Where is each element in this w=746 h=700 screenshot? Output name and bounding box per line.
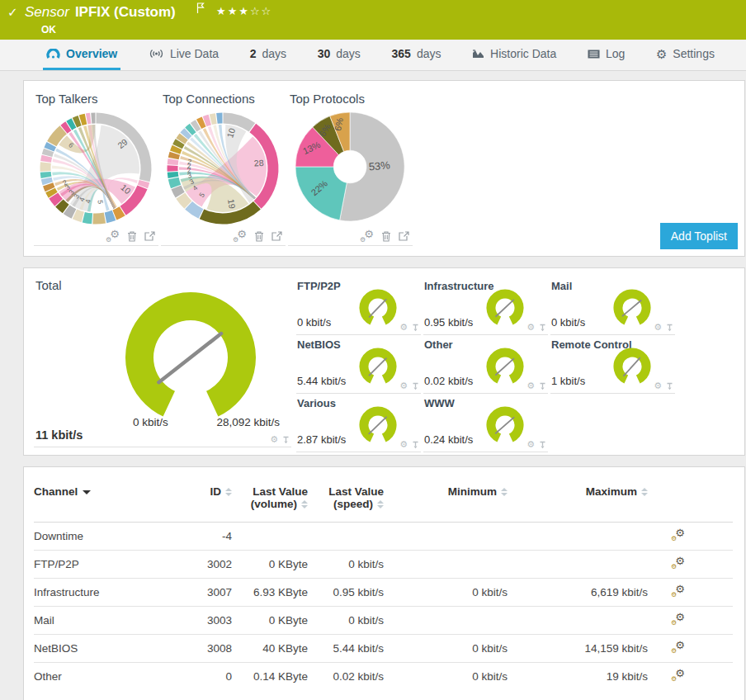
gauge-scale-max: 28,092 kbit/s: [216, 416, 280, 428]
channel-settings-gear-icon[interactable]: ⚙: [399, 440, 408, 449]
channel-settings-gear-icon[interactable]: ⚙: [654, 323, 662, 332]
edit-channel-gear-icon[interactable]: ⚙⚙: [671, 557, 685, 569]
edit-channel-gear-icon[interactable]: ⚙⚙: [671, 669, 685, 681]
top-protocols-pie-chart[interactable]: 53%22%13%6%6%: [288, 107, 412, 229]
cell-max: [508, 607, 648, 635]
cell-volume: 6.93 KByte: [232, 579, 308, 607]
pin-icon[interactable]: [666, 382, 673, 390]
sensor-header: ✓ SensorIPFIX (Custom) ★★★☆☆ OK: [0, 0, 746, 40]
total-gauge: [118, 288, 263, 427]
flag-icon[interactable]: [196, 2, 205, 14]
external-link-icon[interactable]: [399, 231, 409, 241]
tab-live-data[interactable]: Live Data: [145, 40, 222, 70]
channel-gauge: [609, 344, 655, 389]
sort-icon: [501, 488, 508, 496]
sensor-name: IPFIX (Custom): [75, 4, 176, 20]
cell-id: 3008: [172, 635, 232, 663]
svg-text:28: 28: [253, 158, 264, 168]
edit-channel-gear-icon[interactable]: ⚙⚙: [671, 641, 685, 653]
add-toplist-button[interactable]: Add Toplist: [660, 223, 738, 249]
gauge-cell-infrastructure: Infrastructure 0.95 kbit/s ⚙: [423, 277, 548, 335]
pin-icon[interactable]: [539, 324, 546, 332]
pin-icon[interactable]: [666, 324, 673, 332]
table-row: Infrastructure 3007 6.93 KByte 0.95 kbit…: [34, 579, 733, 607]
priority-stars[interactable]: ★★★☆☆: [216, 5, 272, 17]
cell-min: [384, 607, 508, 635]
pin-icon[interactable]: [539, 441, 546, 449]
table-header-row: Channel ID Last Value (volume) Last Valu…: [34, 480, 733, 523]
total-gauge-block: Total 0 kbit/s 28,092 kbit/s 11 kbit/s ⚙: [34, 277, 291, 447]
tab-log[interactable]: Log: [584, 40, 628, 70]
page-title: SensorIPFIX (Custom): [25, 4, 176, 21]
top-connections-chord-chart[interactable]: 1028195433222: [161, 107, 285, 229]
channel-settings-gear-icon[interactable]: ⚙: [526, 323, 535, 332]
gauge-cell-netbios: NetBIOS 5.44 kbit/s ⚙: [296, 335, 421, 394]
cell-volume: 0.14 KByte: [232, 663, 308, 691]
channel-settings-gear-icon[interactable]: ⚙: [399, 381, 408, 390]
top-talkers-chord-chart[interactable]: 291054433326: [34, 107, 158, 229]
cell-id: 0: [172, 663, 232, 691]
channel-settings-gear-icon[interactable]: ⚙: [654, 381, 662, 390]
gauge-cell-various: Various 2.87 kbit/s ⚙: [296, 394, 421, 452]
channel-table: Channel ID Last Value (volume) Last Valu…: [34, 480, 733, 690]
cell-min: [384, 551, 508, 579]
channel-settings-gear-icon[interactable]: ⚙: [526, 440, 535, 449]
toplist-settings-icon[interactable]: ⚙⚙: [233, 230, 247, 242]
svg-text:5: 5: [96, 200, 104, 205]
pin-icon[interactable]: [412, 324, 419, 332]
column-header-last-value-volume[interactable]: Last Value (volume): [232, 480, 308, 523]
channel-settings-gear-icon[interactable]: ⚙: [270, 435, 278, 444]
edit-channel-gear-icon[interactable]: ⚙⚙: [671, 613, 685, 625]
column-header-channel[interactable]: Channel: [34, 480, 172, 523]
svg-text:19: 19: [226, 198, 238, 210]
column-header-last-value-speed[interactable]: Last Value (speed): [308, 480, 384, 523]
tab-30-days[interactable]: 30 days: [314, 40, 364, 70]
toplist-actions: ⚙⚙: [288, 229, 413, 246]
gauge-cell-ftp-p2p: FTP/P2P 0 kbit/s ⚙: [296, 277, 421, 335]
cell-speed: [308, 523, 384, 551]
status-ok-check-icon: ✓: [7, 5, 18, 20]
tab-settings[interactable]: ⚙ Settings: [653, 40, 718, 70]
gear-icon: ⚙: [656, 48, 667, 60]
external-link-icon[interactable]: [144, 231, 155, 241]
cell-min: 0 kbit/s: [384, 579, 508, 607]
table-row: Downtime -4 ⚙⚙: [34, 523, 733, 551]
pin-icon[interactable]: [412, 382, 419, 390]
edit-channel-gear-icon[interactable]: ⚙⚙: [671, 585, 685, 597]
pin-icon[interactable]: [539, 382, 546, 390]
tab-bar: Overview Live Data 2 days 30 days 365 da…: [0, 40, 746, 71]
channel-settings-gear-icon[interactable]: ⚙: [399, 323, 408, 332]
external-link-icon[interactable]: [271, 231, 282, 241]
cell-volume: 0 KByte: [232, 607, 308, 635]
live-icon: [149, 49, 164, 59]
toplist-actions: ⚙⚙: [34, 229, 158, 246]
tab-overview[interactable]: Overview: [43, 40, 120, 70]
edit-channel-gear-icon[interactable]: ⚙⚙: [671, 529, 685, 541]
column-header-id[interactable]: ID: [172, 480, 232, 523]
trash-icon[interactable]: [127, 231, 137, 242]
sensor-status-badge: OK: [41, 24, 56, 35]
cell-min: 0 kbit/s: [384, 635, 508, 663]
cell-max: [508, 551, 648, 579]
cell-id: 3002: [172, 551, 232, 579]
column-header-minimum[interactable]: Minimum: [384, 480, 508, 523]
column-header-maximum[interactable]: Maximum: [508, 480, 648, 523]
tab-365-days[interactable]: 365 days: [389, 40, 445, 70]
pin-icon[interactable]: [412, 441, 419, 449]
channel-gauge: [482, 286, 528, 330]
gauge-cell-other: Other 0.02 kbit/s ⚙: [423, 335, 548, 394]
channel-gauge: [482, 344, 528, 389]
tab-historic-data[interactable]: Historic Data: [469, 40, 560, 70]
cell-min: 0 kbit/s: [384, 663, 508, 691]
sort-icon: [225, 488, 232, 496]
toplist-settings-icon[interactable]: ⚙⚙: [106, 230, 120, 242]
trash-icon[interactable]: [381, 231, 391, 242]
channel-settings-gear-icon[interactable]: ⚙: [526, 381, 535, 390]
toplist-settings-icon[interactable]: ⚙⚙: [360, 230, 374, 242]
channel-gauge: [609, 286, 655, 330]
cell-speed: 5.44 kbit/s: [308, 635, 384, 663]
table-row: Other 0 0.14 KByte 0.02 kbit/s 0 kbit/s …: [34, 663, 733, 691]
pin-icon[interactable]: [282, 436, 290, 444]
tab-2-days[interactable]: 2 days: [247, 40, 290, 70]
trash-icon[interactable]: [254, 231, 264, 242]
